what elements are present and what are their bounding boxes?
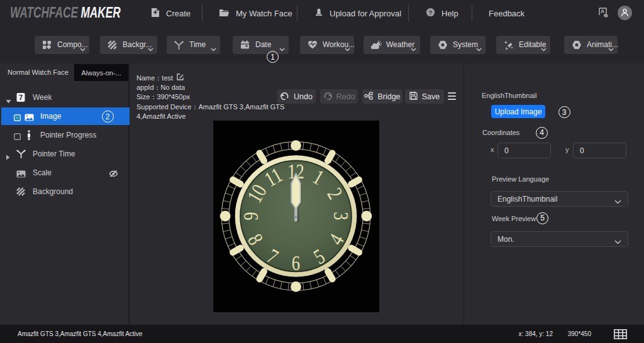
chevron-down-icon xyxy=(211,43,216,54)
properties-panel: EnglishThumbnail Upload Image Coordinate… xyxy=(464,63,644,325)
svg-text:6: 6 xyxy=(292,251,300,275)
wand-icon xyxy=(504,40,514,53)
toolbar-button-label: Time xyxy=(189,40,206,49)
preview-language-select[interactable]: EnglishThumbnail xyxy=(491,191,628,207)
photo-white-icon xyxy=(25,112,34,124)
toolbar-button-backgr[interactable]: Backgr... xyxy=(100,36,157,54)
expand-arrow-icon[interactable] xyxy=(6,151,10,163)
bridge-button[interactable]: Bridge xyxy=(362,89,402,104)
layer-label: Image xyxy=(40,112,61,121)
redo-button[interactable]: Redo xyxy=(320,89,358,104)
app-logo: WATCHFACEMAKER xyxy=(10,4,121,21)
save-button[interactable]: Save xyxy=(405,89,444,104)
annotation-circle-3: 3 xyxy=(558,106,570,118)
svg-text:9: 9 xyxy=(239,212,263,220)
folder-icon xyxy=(219,8,230,19)
create-button[interactable]: Create xyxy=(151,0,191,26)
chevron-down-icon xyxy=(411,43,416,54)
tab-always-on[interactable]: Always-on-... xyxy=(74,64,128,81)
save-icon xyxy=(409,92,418,102)
layer-row-pointer-time[interactable]: Pointer Time xyxy=(1,145,128,163)
thumbnail-label: EnglishThumbnail xyxy=(482,92,536,99)
layer-checkbox[interactable] xyxy=(14,131,21,143)
week7-icon: 7 xyxy=(16,92,25,105)
chevron-down-icon xyxy=(279,43,285,54)
heart-icon xyxy=(308,40,318,52)
status-cursor-position: x: 384, y: 12 xyxy=(519,325,553,343)
toolbar-button-label: Date xyxy=(255,40,271,49)
toolbar-button-label: System xyxy=(453,40,478,49)
chevron-down-icon xyxy=(614,237,621,246)
account-avatar[interactable] xyxy=(618,6,632,20)
svg-text:3: 3 xyxy=(329,212,353,220)
layer-row-pointer-progress[interactable]: Pointer Progress xyxy=(1,126,128,144)
layer-label: Background xyxy=(33,187,73,196)
watchface-preview[interactable]: 123456789101112 xyxy=(213,121,379,312)
watchface-info: Name：testappId：No dataSize：390*450pxSupp… xyxy=(136,74,281,121)
grid-icon[interactable] xyxy=(614,325,627,343)
status-canvas-size: 390*450 xyxy=(568,325,591,343)
toolbar-button-editable[interactable]: Editable xyxy=(496,36,550,54)
chevron-down-icon xyxy=(614,197,621,206)
coordinates-label: Coordinates xyxy=(482,129,519,136)
layer-row-background[interactable]: Background xyxy=(1,183,128,200)
annotation-circle-4: 4 xyxy=(536,127,548,139)
weather-icon xyxy=(371,40,382,52)
editor-canvas: Name：testappId：No dataSize：390*450pxSupp… xyxy=(130,63,464,325)
layer-row-week[interactable]: 7Week xyxy=(1,89,128,106)
layer-sidebar: Normal Watch Face Always-on-... 7WeekIma… xyxy=(0,63,130,325)
tab-normal-watch-face[interactable]: Normal Watch Face xyxy=(0,63,74,81)
toolbar-button-animati[interactable]: Animati... xyxy=(564,36,618,54)
pointer-hands-icon xyxy=(16,149,26,161)
x-label: x xyxy=(491,146,494,153)
x-coordinate-input[interactable] xyxy=(497,143,551,158)
toolbar-button-weather[interactable]: Weather xyxy=(364,36,420,54)
chevron-down-icon xyxy=(541,43,547,54)
redo-label: Redo xyxy=(336,92,355,101)
nav-divider xyxy=(297,5,297,21)
nav-divider xyxy=(472,5,472,21)
layer-checkbox[interactable] xyxy=(14,112,21,124)
annotation-circle-5: 5 xyxy=(536,212,548,224)
top-bar: WATCHFACEMAKER Create My Watch Face Uplo… xyxy=(0,0,644,63)
toolbar-button-time[interactable]: Time xyxy=(167,36,220,54)
menu-icon[interactable] xyxy=(448,92,456,100)
y-coordinate-input[interactable] xyxy=(573,143,626,158)
nav-divider xyxy=(202,5,203,21)
eye-off-icon[interactable] xyxy=(109,169,118,180)
week-preview-select[interactable]: Mon. xyxy=(491,231,628,247)
progress-dots-icon xyxy=(27,130,31,143)
language-button[interactable]: Aф xyxy=(598,0,609,26)
toolbar-button-date[interactable]: Date xyxy=(233,36,289,54)
svg-text:7: 7 xyxy=(19,94,23,101)
svg-text:?: ? xyxy=(429,9,433,16)
edit-name-icon[interactable] xyxy=(177,74,184,82)
collapse-arrow-icon[interactable] xyxy=(6,95,11,106)
undo-button[interactable]: Undo xyxy=(277,89,316,104)
feedback-button[interactable]: Feedback xyxy=(489,0,525,26)
my-watch-face-button[interactable]: My Watch Face xyxy=(219,0,292,26)
bridge-label: Bridge xyxy=(377,92,400,101)
toolbar-button-system[interactable]: System xyxy=(430,36,486,54)
time-hands-icon xyxy=(174,40,184,53)
save-label: Save xyxy=(422,92,440,101)
info-line: appId：No data xyxy=(136,83,281,92)
my-watch-face-label: My Watch Face xyxy=(236,9,292,18)
watchface-clock: 123456789101112 xyxy=(213,121,379,312)
question-circle-icon: ? xyxy=(426,8,435,19)
help-button[interactable]: ? Help xyxy=(426,0,458,26)
calendar-icon xyxy=(240,40,250,52)
status-bar: Amazfit GTS 3,Amazfit GTS 4,Amazfit Acti… xyxy=(0,325,644,343)
annotation-circle-1: 1 xyxy=(267,51,279,63)
upload-for-approval-button[interactable]: Upload for Approval xyxy=(314,0,401,26)
components-icon xyxy=(42,40,52,52)
chevron-down-icon xyxy=(80,43,86,54)
layer-row-scale[interactable]: Scale xyxy=(1,164,128,182)
upload-image-button[interactable]: Upload Image xyxy=(491,105,545,118)
toolbar-button-compo[interactable]: Compo... xyxy=(35,36,89,54)
toolbar-button-workou[interactable]: Workou... xyxy=(300,36,354,54)
nut-icon xyxy=(572,40,582,52)
stripes-icon xyxy=(16,187,25,199)
info-line: 4,Amazfit Active xyxy=(136,112,281,121)
preview-language-value: EnglishThumbnail xyxy=(497,195,557,204)
